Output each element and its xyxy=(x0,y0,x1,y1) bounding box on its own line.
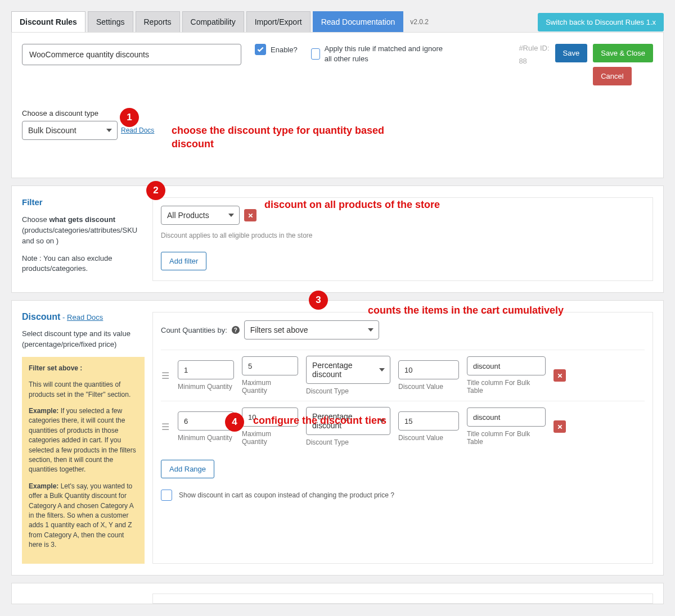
annotation-2: discount on all products of the store xyxy=(264,199,440,211)
show-coupon-label: Show discount in cart as coupon instead … xyxy=(179,491,394,499)
filter-note: Note : You can also exclude products/cat… xyxy=(22,253,145,275)
tab-discount-rules[interactable]: Discount Rules xyxy=(11,11,86,33)
filter-desc: Choose what gets discount (products/cate… xyxy=(22,215,145,247)
col-type-label: Discount Type xyxy=(306,387,390,395)
rule-id-value: 88 xyxy=(519,57,549,65)
add-range-button[interactable]: Add Range xyxy=(161,460,214,478)
col-min-label: Minimum Quantity xyxy=(178,383,234,391)
drag-handle-icon[interactable]: ☰ xyxy=(161,370,170,381)
read-docs-link-type[interactable]: Read Docs xyxy=(121,126,154,134)
annotation-badge-1: 1 xyxy=(120,108,139,127)
min-qty-input[interactable] xyxy=(178,360,234,379)
bulk-title-input[interactable] xyxy=(467,407,546,427)
discount-value-input[interactable] xyxy=(398,411,459,431)
cancel-button[interactable]: Cancel xyxy=(593,67,631,85)
discount-value-input[interactable] xyxy=(398,360,459,379)
count-quantities-select[interactable]: Filters set above xyxy=(244,320,379,339)
tab-bar: Discount Rules Settings Reports Compatib… xyxy=(11,11,664,33)
save-button[interactable]: Save xyxy=(555,44,588,62)
bulk-title-input[interactable] xyxy=(467,356,546,375)
info-icon[interactable]: ? xyxy=(232,326,240,334)
col-max-label: Maximum Quantity xyxy=(242,379,298,395)
col-max-label: Maximum Quantity xyxy=(242,430,298,446)
discount-type-select[interactable]: Bulk Discount xyxy=(22,121,118,140)
discount-type-row-select[interactable]: Percentage discount xyxy=(306,356,390,384)
annotation-badge-4: 4 xyxy=(225,413,244,432)
remove-filter-button[interactable] xyxy=(244,209,256,221)
drag-handle-icon[interactable]: ☰ xyxy=(161,422,170,432)
close-icon xyxy=(557,373,563,379)
filter-hint: Discount applies to all eligible product… xyxy=(161,232,645,239)
close-icon xyxy=(557,424,563,430)
col-val-label: Discount Value xyxy=(398,434,459,442)
annotation-4: configure the discount tiers xyxy=(253,415,386,427)
check-icon xyxy=(256,46,264,53)
annotation-badge-3: 3 xyxy=(309,291,328,310)
discount-range-row: ☰ Minimum Quantity Maximum Quantity Perc… xyxy=(161,350,645,401)
tab-reports[interactable]: Reports xyxy=(136,11,180,33)
col-title-label: Title column For Bulk Table xyxy=(467,430,546,446)
show-coupon-checkbox[interactable] xyxy=(161,490,172,501)
ignore-rules-label: Apply this rule if matched and ignore al… xyxy=(325,44,452,64)
ignore-rules-checkbox[interactable] xyxy=(311,48,320,60)
help-box: Filter set above : This will count the q… xyxy=(22,357,145,564)
filter-heading: Filter xyxy=(22,197,145,207)
discount-heading: Discount xyxy=(22,312,60,321)
close-icon xyxy=(248,212,254,219)
enable-checkbox[interactable] xyxy=(255,44,266,55)
add-filter-button[interactable]: Add filter xyxy=(161,252,206,270)
discount-desc: Select discount type and its value (perc… xyxy=(22,329,145,350)
annotation-3: counts the items in the cart cumulativel… xyxy=(368,305,564,316)
rule-id-label: #Rule ID: xyxy=(519,44,549,52)
remove-range-button[interactable] xyxy=(554,369,566,382)
remove-range-button[interactable] xyxy=(554,420,566,433)
col-title-label: Title column For Bulk Table xyxy=(467,379,546,395)
tab-read-documentation[interactable]: Read Documentation xyxy=(313,11,404,33)
count-quantities-label: Count Quantities by: xyxy=(161,326,227,334)
col-val-label: Discount Value xyxy=(398,383,459,391)
annotation-badge-2: 2 xyxy=(146,181,165,200)
filter-products-select[interactable]: All Products xyxy=(161,206,240,225)
enable-label: Enable? xyxy=(271,46,298,54)
max-qty-input[interactable] xyxy=(242,356,298,375)
rule-name-input[interactable] xyxy=(22,44,241,65)
annotation-1: choose the discount type for quantity ba… xyxy=(172,124,413,151)
version-label: v2.0.2 xyxy=(410,18,429,26)
tab-import-export[interactable]: Import/Export xyxy=(246,11,310,33)
tab-settings[interactable]: Settings xyxy=(88,11,133,33)
switch-back-button[interactable]: Switch back to Discount Rules 1.x xyxy=(538,13,664,31)
choose-discount-type-label: Choose a discount type xyxy=(22,109,653,117)
tab-compatibility[interactable]: Compatibility xyxy=(182,11,244,33)
read-docs-link-discount[interactable]: Read Docs xyxy=(67,313,103,321)
col-min-label: Minimum Quantity xyxy=(178,434,234,442)
col-type-label: Discount Type xyxy=(306,438,390,446)
save-close-button[interactable]: Save & Close xyxy=(593,44,653,62)
